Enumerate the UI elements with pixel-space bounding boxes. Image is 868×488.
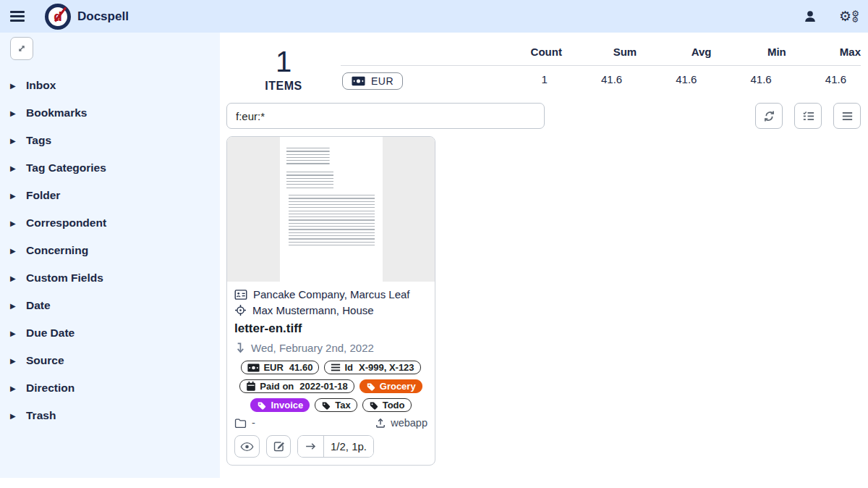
list-icon: [331, 363, 341, 372]
tag-label: Grocery: [380, 381, 416, 392]
id-label: Id: [344, 362, 353, 373]
col-count: Count: [496, 41, 562, 66]
expand-icon: [16, 43, 27, 54]
topbar-actions: ⚙⚙⚙: [803, 9, 858, 25]
search-input[interactable]: [226, 103, 545, 129]
caret-right-icon: ▶: [10, 302, 26, 310]
correspondent-row: Pancake Company, Marcus Leaf: [234, 288, 427, 300]
money-bill-icon: [352, 76, 365, 86]
arrow-right-icon: [305, 441, 317, 452]
sidebar-item-correspondent[interactable]: ▶Correspondent: [10, 209, 220, 237]
search-row: [226, 103, 861, 129]
id-badge: Id X-999, X-123: [324, 361, 420, 374]
goto-pages-group[interactable]: 1/2, 1p.: [297, 435, 374, 458]
sidebar-item-direction[interactable]: ▶Direction: [10, 374, 220, 402]
col-max: Max: [786, 41, 861, 66]
user-icon[interactable]: [803, 9, 817, 24]
caret-right-icon: ▶: [10, 219, 26, 227]
tasks-view-button[interactable]: [794, 103, 822, 129]
edit-button[interactable]: [266, 435, 291, 458]
tag-badge-todo: Todo: [362, 398, 412, 412]
document-page-preview: [280, 137, 383, 282]
caret-right-icon: ▶: [10, 247, 26, 255]
stat-avg-value: 41.6: [637, 66, 711, 91]
tag-icon: [369, 400, 379, 411]
sidebar-item-inbox[interactable]: ▶Inbox: [10, 72, 220, 99]
caret-right-icon: ▶: [10, 192, 26, 200]
stat-max-value: 41.6: [786, 66, 861, 91]
col-avg: Avg: [637, 41, 711, 66]
currency-chip: EUR: [342, 72, 403, 90]
stat-sum-value: 41.6: [562, 66, 637, 91]
sidebar-item-source[interactable]: ▶Source: [10, 347, 220, 374]
tag-badge-invoice: Invoice: [250, 398, 310, 412]
source-value: webapp: [391, 417, 427, 429]
summary-header-row: Count Sum Avg Min Max: [341, 41, 861, 66]
menu-icon[interactable]: [10, 11, 25, 22]
item-count: 1: [226, 47, 341, 76]
refresh-icon: [762, 109, 776, 123]
col-min: Min: [711, 41, 786, 66]
amount-value: 41.60: [289, 362, 313, 373]
col-sum: Sum: [562, 41, 637, 66]
money-bill-icon: [247, 363, 260, 372]
sidebar-item-concerning[interactable]: ▶Concerning: [10, 237, 220, 264]
item-count-block: 1 ITEMS: [226, 41, 341, 93]
field-badges-row-1: EUR 41.60 Id X-999, X-123: [234, 361, 427, 374]
amount-badge: EUR 41.60: [241, 361, 319, 374]
caret-right-icon: ▶: [10, 412, 26, 420]
eye-icon: [240, 441, 254, 453]
calendar-icon: [246, 381, 256, 392]
concerning: Max Mustermann, House: [252, 304, 374, 316]
docspell-logo[interactable]: d: [45, 4, 71, 30]
sidebar-item-bookmarks[interactable]: ▶Bookmarks: [10, 99, 220, 127]
list-toolbar: [755, 103, 861, 129]
tag-label: Todo: [383, 400, 405, 411]
item-meta-footer: - webapp: [234, 417, 427, 429]
caret-right-icon: ▶: [10, 164, 26, 172]
address-card-icon: [234, 289, 247, 300]
stats-section: 1 ITEMS Count Sum Avg Min Max: [226, 41, 861, 93]
card-actions: 1/2, 1p.: [234, 435, 427, 458]
item-date: Wed, February 2nd, 2022: [251, 342, 374, 354]
expand-sidebar-button[interactable]: [10, 37, 33, 60]
tag-icon: [257, 400, 267, 411]
app-title[interactable]: Docspell: [77, 9, 129, 24]
sidebar-item-tags[interactable]: ▶Tags: [10, 127, 220, 154]
summary-table: Count Sum Avg Min Max EUR: [341, 41, 861, 90]
item-name[interactable]: letter-en.tiff: [234, 321, 427, 336]
summary-row-eur: EUR 1 41.6 41.6 41.6 41.6: [341, 66, 861, 91]
main-panel: 1 ITEMS Count Sum Avg Min Max: [220, 33, 868, 478]
folder-icon: [234, 418, 247, 429]
sidebar-item-due-date[interactable]: ▶Due Date: [10, 319, 220, 347]
item-count-label: ITEMS: [226, 80, 341, 93]
document-thumbnail[interactable]: [227, 137, 435, 282]
edit-icon: [273, 440, 285, 453]
open-item-button[interactable]: [298, 436, 323, 457]
amount-label: EUR: [263, 362, 283, 373]
sidebar-item-folder[interactable]: ▶Folder: [10, 182, 220, 209]
sidebar-item-tag-categories[interactable]: ▶Tag Categories: [10, 154, 220, 182]
caret-right-icon: ▶: [10, 329, 26, 337]
caret-right-icon: ▶: [10, 274, 26, 282]
concerning-row: Max Mustermann, House: [234, 304, 427, 316]
field-badges-row-2: Paid on 2022-01-18 Grocery: [234, 379, 427, 393]
preview-button[interactable]: [234, 435, 260, 458]
attachment-pages[interactable]: 1/2, 1p.: [323, 436, 373, 457]
menu-view-button[interactable]: [833, 103, 861, 129]
item-card: Pancake Company, Marcus Leaf Max Musterm…: [226, 136, 435, 466]
sidebar-item-date[interactable]: ▶Date: [10, 292, 220, 319]
sidebar: ▶Inbox ▶Bookmarks ▶Tags ▶Tag Categories …: [0, 33, 220, 478]
currency-label: EUR: [371, 75, 393, 87]
sidebar-item-custom-fields[interactable]: ▶Custom Fields: [10, 264, 220, 292]
topbar: d Docspell ⚙⚙⚙: [0, 0, 868, 33]
upload-icon: [375, 417, 386, 429]
cogs-icon[interactable]: ⚙⚙⚙: [839, 9, 858, 25]
tag-icon: [366, 382, 376, 392]
sidebar-item-trash[interactable]: ▶Trash: [10, 402, 220, 429]
paid-on-badge: Paid on 2022-01-18: [239, 379, 354, 393]
paid-on-value: 2022-01-18: [299, 381, 348, 392]
refresh-button[interactable]: [755, 103, 783, 129]
folder-value: -: [252, 417, 255, 429]
crosshairs-icon: [234, 304, 247, 316]
